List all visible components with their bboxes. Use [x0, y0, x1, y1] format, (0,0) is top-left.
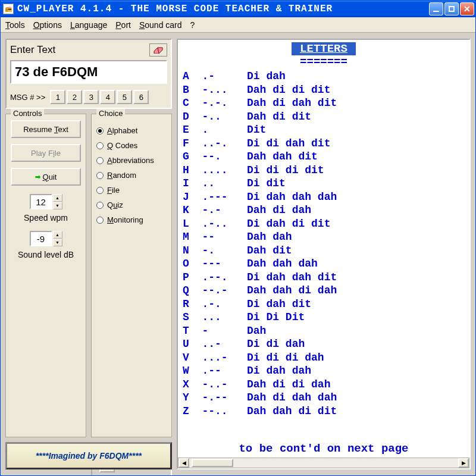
menu-help[interactable]: ?	[190, 20, 195, 30]
choice-radio-alphabet[interactable]: Alphabet	[96, 126, 167, 135]
enter-text-panel: Enter Text MSG # >> 1 2 3 4 5 6	[5, 39, 172, 109]
maximize-button[interactable]	[444, 2, 459, 15]
listing-divider: =======	[300, 55, 347, 68]
choice-label: File	[107, 186, 120, 195]
left-column: Enter Text MSG # >> 1 2 3 4 5 6	[5, 39, 172, 469]
speed-input[interactable]	[30, 194, 52, 209]
credits-button[interactable]: ****Imagined by F6DQM****	[5, 442, 172, 469]
erase-button[interactable]	[149, 43, 167, 57]
radio-icon	[96, 172, 104, 179]
sound-level-label: Sound level dB	[11, 250, 81, 259]
maximize-icon	[449, 6, 455, 12]
choice-radio-abbreviations[interactable]: Abbreviations	[96, 156, 167, 165]
speed-down-button[interactable]: ▼	[53, 202, 62, 209]
scroll-track[interactable]	[189, 458, 458, 468]
choice-radio-random[interactable]: Random	[96, 171, 167, 180]
menu-soundcard[interactable]: Sound card	[139, 20, 182, 30]
choice-label: Q Codes	[107, 141, 137, 150]
msg-button-1[interactable]: 1	[50, 90, 65, 104]
quit-button[interactable]: ➡Quit	[11, 168, 81, 186]
choice-label: Quiz	[107, 201, 123, 209]
msg-button-6[interactable]: 6	[133, 90, 149, 104]
choice-label: Random	[107, 171, 136, 180]
enter-text-label: Enter Text	[10, 44, 55, 56]
exit-icon: ➡	[35, 173, 40, 181]
content-area: Enter Text MSG # >> 1 2 3 4 5 6	[1, 33, 475, 475]
listing-title: LETTERS	[292, 42, 356, 55]
sound-down-button[interactable]: ▼	[53, 239, 62, 246]
msg-number-label: MSG # >>	[10, 93, 45, 102]
msg-button-2[interactable]: 2	[67, 90, 82, 104]
radio-icon	[96, 217, 104, 224]
choice-label: Abbreviations	[107, 156, 154, 165]
play-file-button[interactable]: Play File	[11, 144, 81, 162]
close-button[interactable]: ✕	[460, 2, 474, 15]
listing-footer: to be cont'd on next page	[178, 437, 469, 458]
close-icon: ✕	[464, 4, 471, 14]
code-listing: LETTERS ======= A .- Di dah B -... Dah d…	[177, 39, 471, 469]
choice-radio-file[interactable]: File	[96, 186, 167, 195]
msg-button-5[interactable]: 5	[117, 90, 132, 104]
msg-button-3[interactable]: 3	[83, 90, 99, 104]
choice-label: Monitoring	[107, 215, 143, 224]
radio-icon	[96, 142, 104, 149]
text-input[interactable]	[10, 60, 167, 84]
choice-legend: Choice	[96, 109, 125, 118]
choice-label: Alphabet	[107, 126, 137, 135]
speed-up-button[interactable]: ▲	[53, 194, 62, 202]
scroll-right-button[interactable]: ▶	[458, 458, 469, 468]
horizontal-scrollbar[interactable]: ◀ ▶	[178, 458, 469, 468]
menu-tools[interactable]: Tools	[5, 20, 25, 30]
app-icon: 📻	[3, 4, 14, 14]
radio-icon	[96, 157, 104, 164]
resume-text-button[interactable]: Resume Text	[11, 120, 81, 138]
scroll-left-button[interactable]: ◀	[178, 458, 189, 468]
choice-group: Choice AlphabetQ CodesAbbreviationsRando…	[91, 114, 172, 437]
menu-options[interactable]: Options	[33, 20, 62, 30]
radio-icon	[96, 187, 104, 194]
radio-icon	[96, 127, 104, 134]
choice-radio-quiz[interactable]: Quiz	[96, 201, 167, 209]
speed-label: Speed wpm	[11, 213, 81, 223]
right-column: LETTERS ======= A .- Di dah B -... Dah d…	[177, 39, 471, 469]
radio-icon	[96, 202, 104, 209]
choice-radio-q-codes[interactable]: Q Codes	[96, 141, 167, 150]
controls-group: Controls Resume Text Play File ➡Quit ▲ ▼	[5, 114, 86, 437]
minimize-button[interactable]	[429, 2, 443, 15]
listing-body: A .- Di dah B -... Dah di di dit C -.-. …	[178, 68, 469, 437]
sound-level-input[interactable]	[30, 231, 52, 246]
eraser-icon	[153, 45, 164, 55]
menu-language[interactable]: Language	[70, 20, 107, 30]
msg-button-4[interactable]: 4	[100, 90, 115, 104]
app-window: 📻 CW_PLAYER 4.1.4 - THE MORSE CODE TEACH…	[0, 0, 476, 476]
menubar: Tools Options Language Port Sound card ?	[1, 17, 475, 33]
window-title: CW_PLAYER 4.1.4 - THE MORSE CODE TEACHER…	[17, 4, 429, 14]
menu-port[interactable]: Port	[115, 20, 131, 30]
sound-up-button[interactable]: ▲	[53, 231, 62, 239]
controls-choice-row: Controls Resume Text Play File ➡Quit ▲ ▼	[5, 114, 172, 437]
scroll-thumb[interactable]	[192, 459, 233, 467]
minimize-icon	[433, 11, 439, 12]
choice-radio-monitoring[interactable]: Monitoring	[96, 215, 167, 224]
controls-legend: Controls	[11, 109, 44, 118]
titlebar: 📻 CW_PLAYER 4.1.4 - THE MORSE CODE TEACH…	[1, 1, 475, 17]
